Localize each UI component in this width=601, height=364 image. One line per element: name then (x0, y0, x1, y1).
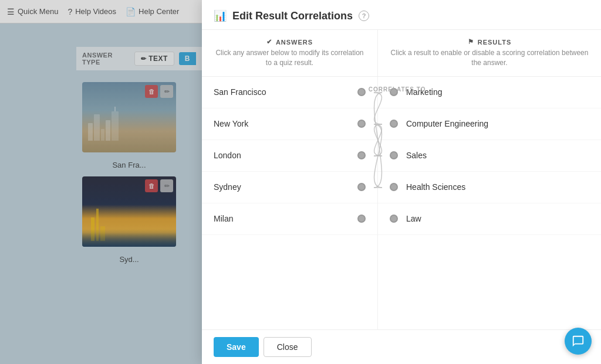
answer-label-mil: Milan (214, 214, 233, 223)
edit-correlations-modal: 📊 Edit Result Correlations ? ✔ ANSWERS C… (202, 0, 601, 364)
results-list: Marketing Computer Engineering Sales Hea… (378, 77, 601, 329)
modal-footer: Save Close (202, 329, 601, 364)
answer-label-sf: San Francisco (214, 87, 266, 97)
close-button[interactable]: Close (264, 337, 312, 357)
answers-column-header: ✔ ANSWERS Click any answer below to modi… (202, 30, 378, 76)
modal-header: 📊 Edit Result Correlations ? (202, 0, 601, 30)
columns-header: ✔ ANSWERS Click any answer below to modi… (202, 30, 601, 77)
chat-button[interactable] (565, 328, 592, 355)
answer-label-ny: New York (214, 119, 248, 128)
result-row-mkt[interactable]: Marketing (378, 77, 601, 108)
dot-sf (357, 88, 366, 96)
modal-title: Edit Result Correlations (232, 10, 353, 22)
modal-body: ✔ ANSWERS Click any answer below to modi… (202, 30, 601, 329)
answer-label-lon: London (214, 151, 241, 160)
chat-icon (572, 335, 585, 348)
result-label-ce: Computer Engineering (406, 119, 488, 128)
answers-col-desc: Click any answer below to modify its cor… (214, 48, 366, 68)
dot-mil (357, 215, 366, 223)
result-row-hs[interactable]: Health Sciences (378, 172, 601, 203)
results-col-desc: Click a result to enable or disable a sc… (390, 48, 589, 68)
checkmark-icon: ✔ (266, 38, 272, 46)
save-button[interactable]: Save (214, 337, 259, 357)
result-row-sal[interactable]: Sales (378, 140, 601, 172)
flag-icon: ⚑ (468, 38, 474, 46)
result-label-law: Law (406, 214, 421, 223)
result-row-ce[interactable]: Computer Engineering (378, 108, 601, 140)
dot-result-law (390, 215, 398, 223)
help-icon-button[interactable]: ? (359, 11, 369, 21)
answer-row-sf[interactable]: San Francisco (202, 77, 377, 108)
correlation-area: CORRELATES TO → San Francisco New York L… (202, 77, 601, 329)
dot-syd (357, 183, 366, 191)
answer-row-mil[interactable]: Milan (202, 203, 377, 235)
dot-result-ce (390, 120, 398, 128)
result-label-hs: Health Sciences (406, 182, 465, 192)
answers-col-label: ✔ ANSWERS (214, 38, 366, 46)
dot-result-hs (390, 183, 398, 191)
results-col-label: ⚑ RESULTS (390, 38, 589, 46)
dot-result-sal (390, 151, 398, 159)
answers-list: San Francisco New York London Sydney Mil… (202, 77, 378, 329)
answer-row-lon[interactable]: London (202, 140, 377, 172)
correlates-to-label: CORRELATES TO → (369, 86, 434, 93)
results-column-header: ⚑ RESULTS Click a result to enable or di… (378, 30, 601, 76)
answer-row-ny[interactable]: New York (202, 108, 377, 140)
result-label-sal: Sales (406, 151, 427, 160)
answer-row-syd[interactable]: Sydney (202, 172, 377, 203)
result-row-law[interactable]: Law (378, 203, 601, 235)
dot-ny (357, 120, 366, 128)
dot-lon (357, 151, 366, 159)
modal-title-icon: 📊 (214, 9, 227, 22)
answer-label-syd: Sydney (214, 182, 241, 192)
